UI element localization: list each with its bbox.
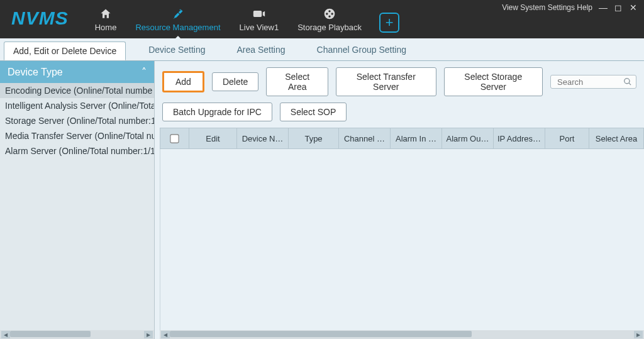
camera-icon <box>252 6 267 21</box>
app-logo: NVMS <box>0 0 86 38</box>
sidebar-title: Device Type <box>8 67 63 78</box>
grid-col-device-name[interactable]: Device N… <box>237 128 289 148</box>
toolbar: Add Delete Select Area Select Transfer S… <box>155 61 644 125</box>
scroll-left-icon[interactable]: ◀ <box>161 331 170 338</box>
nav-resource-management[interactable]: Resource Management <box>126 4 229 37</box>
grid-header-row: Edit Device N… Type Channel … Alarm In …… <box>160 128 644 149</box>
select-all-checkbox[interactable] <box>170 134 179 143</box>
scroll-track[interactable] <box>170 331 634 338</box>
grid-col-checkbox[interactable] <box>160 128 189 148</box>
grid-col-channel[interactable]: Channel … <box>339 128 391 148</box>
grid-col-type[interactable]: Type <box>289 128 339 148</box>
grid-col-alarm-out[interactable]: Alarm Ou… <box>442 128 494 148</box>
device-type-list: Encoding Device (Online/Total numbe Inte… <box>0 83 154 330</box>
nav-live-view[interactable]: Live View1 <box>231 4 288 37</box>
nav-home[interactable]: Home <box>86 4 126 37</box>
scroll-right-icon[interactable]: ▶ <box>144 331 153 338</box>
list-item[interactable]: Intelligent Analysis Server (Online/Tota <box>0 98 154 113</box>
select-transfer-server-button[interactable]: Select Transfer Server <box>336 67 436 96</box>
plus-icon: + <box>386 14 394 31</box>
list-item[interactable]: Storage Server (Online/Total number:1 <box>0 113 154 128</box>
list-item[interactable]: Media Transfer Server (Online/Total nu <box>0 128 154 143</box>
nav-items: Home Resource Management Live View1 Stor… <box>86 0 399 38</box>
grid-body-empty <box>160 149 644 330</box>
select-storage-server-button[interactable]: Select Storage Server <box>444 67 543 96</box>
menu-text[interactable]: View System Settings Help <box>502 3 592 12</box>
nav-resource-label: Resource Management <box>135 23 220 32</box>
list-item[interactable]: Alarm Server (Online/Total number:1/1 <box>0 143 154 158</box>
grid-col-select-area[interactable]: Select Area <box>589 128 644 148</box>
scroll-left-icon[interactable]: ◀ <box>1 331 10 338</box>
grid-hscrollbar[interactable]: ◀ ▶ <box>160 330 644 339</box>
tab-device-setting[interactable]: Device Setting <box>140 41 214 58</box>
nav-storage-playback[interactable]: Storage Playback <box>289 4 370 37</box>
sidebar-header[interactable]: Device Type ˄ <box>0 61 154 83</box>
nav-storage-label: Storage Playback <box>297 23 362 32</box>
menu-bar: View System Settings Help — ◻ ✕ <box>502 3 638 13</box>
search-icon <box>623 77 632 87</box>
add-button[interactable]: Add <box>162 71 204 92</box>
batch-upgrade-button[interactable]: Batch Upgrade for IPC <box>162 103 272 121</box>
tab-area-setting[interactable]: Area Setting <box>228 41 294 58</box>
sub-tab-strip: Add, Edit or Delete Device Device Settin… <box>0 38 644 61</box>
grid-col-port[interactable]: Port <box>545 128 589 148</box>
sidebar-hscrollbar[interactable]: ◀ ▶ <box>0 330 154 339</box>
scroll-track[interactable] <box>10 331 144 338</box>
close-icon[interactable]: ✕ <box>629 3 638 13</box>
chevron-up-icon[interactable]: ˄ <box>142 66 147 78</box>
film-reel-icon <box>323 6 336 21</box>
grid-col-alarm-in[interactable]: Alarm In … <box>391 128 442 148</box>
grid-col-edit[interactable]: Edit <box>189 128 237 148</box>
scroll-right-icon[interactable]: ▶ <box>634 331 643 338</box>
tools-icon <box>170 6 186 21</box>
select-sop-button[interactable]: Select SOP <box>280 103 347 121</box>
search-input[interactable] <box>557 77 623 87</box>
main-area: Device Type ˄ Encoding Device (Online/To… <box>0 61 644 339</box>
tab-channel-group[interactable]: Channel Group Setting <box>308 41 415 58</box>
delete-button[interactable]: Delete <box>212 72 258 91</box>
home-icon <box>99 6 113 21</box>
minimize-icon[interactable]: — <box>599 3 608 13</box>
top-bar: NVMS Home Resource Management Live View1 <box>0 0 644 38</box>
sidebar: Device Type ˄ Encoding Device (Online/To… <box>0 61 155 339</box>
grid-col-ip[interactable]: IP Addres… <box>494 128 545 148</box>
search-box[interactable] <box>550 75 636 89</box>
device-grid: Edit Device N… Type Channel … Alarm In …… <box>160 128 644 339</box>
select-area-button[interactable]: Select Area <box>266 67 328 96</box>
nav-live-view-label: Live View1 <box>240 23 279 32</box>
maximize-icon[interactable]: ◻ <box>614 3 623 13</box>
nav-home-label: Home <box>95 23 117 32</box>
add-tab-button[interactable]: + <box>379 13 399 33</box>
list-item[interactable]: Encoding Device (Online/Total numbe <box>0 83 154 98</box>
tab-add-edit-delete[interactable]: Add, Edit or Delete Device <box>4 42 126 60</box>
content-panel: Add Delete Select Area Select Transfer S… <box>155 61 644 339</box>
